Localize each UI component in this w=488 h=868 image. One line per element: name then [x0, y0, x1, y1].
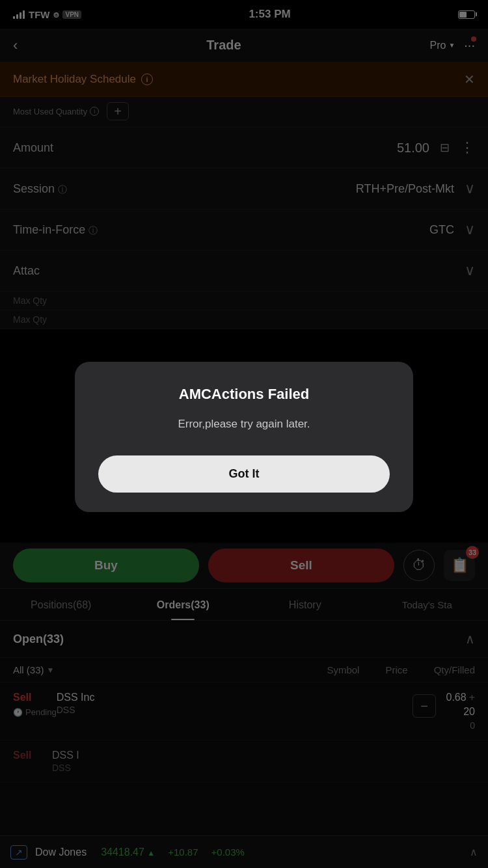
modal-title: AMCActions Failed [98, 385, 390, 404]
modal-message: Error,please try again later. [98, 416, 390, 433]
got-it-button[interactable]: Got It [98, 455, 390, 493]
error-modal: AMCActions Failed Error,please try again… [75, 362, 413, 512]
